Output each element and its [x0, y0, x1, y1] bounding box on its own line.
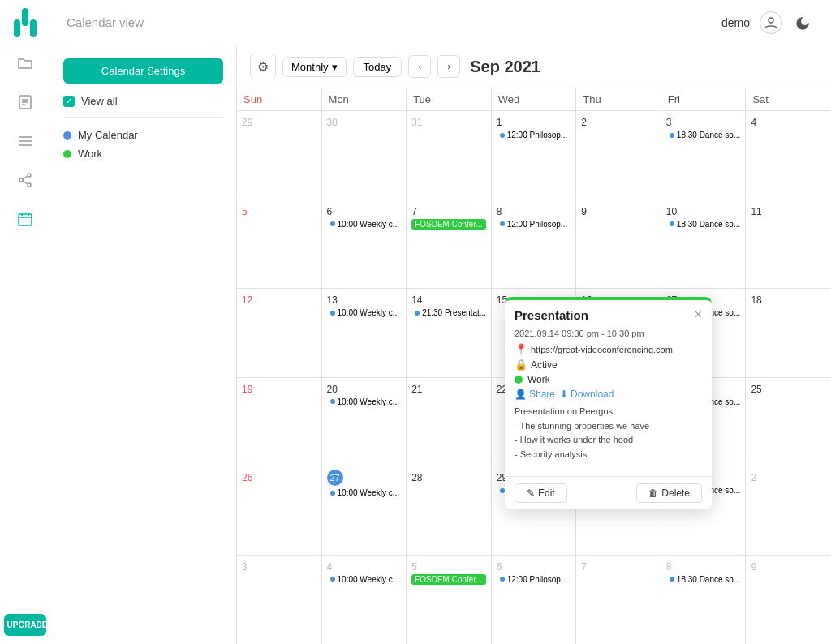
- event-sep8-1[interactable]: 12:00 Philosop...: [497, 219, 571, 230]
- header-sat: Sat: [746, 88, 831, 110]
- week-1: 29 30 31 1 12:00 Philosop... 2 3 18:30 D…: [237, 111, 831, 200]
- event-sep10-1[interactable]: 18:30 Dance so...: [666, 219, 741, 230]
- popup-header: Presentation ×: [505, 300, 712, 325]
- popup-share-button[interactable]: 👤 Share: [515, 389, 555, 400]
- cell-sep28[interactable]: 28: [407, 466, 492, 555]
- dark-mode-toggle[interactable]: [792, 11, 815, 34]
- left-panel: Calendar Settings ✓ View all My Calendar…: [50, 45, 237, 644]
- cell-oct8[interactable]: 8 18:30 Dance so...: [661, 556, 747, 645]
- chevron-down-icon: ▾: [332, 61, 338, 73]
- calendar-my-calendar[interactable]: My Calendar: [63, 126, 223, 144]
- header-tue: Tue: [407, 88, 492, 110]
- prev-month-button[interactable]: ‹: [408, 55, 431, 78]
- svg-point-12: [19, 178, 23, 182]
- trash-icon: 🗑: [648, 487, 658, 499]
- cell-sep2[interactable]: 2: [576, 111, 661, 200]
- cell-oct3[interactable]: 3: [237, 556, 322, 645]
- today-button[interactable]: Today: [353, 57, 403, 77]
- cell-oct9[interactable]: 9: [746, 556, 831, 645]
- cell-sep1[interactable]: 1 12:00 Philosop...: [492, 111, 577, 200]
- cell-oct2[interactable]: 2: [746, 466, 831, 555]
- cell-oct6[interactable]: 6 12:00 Philosop...: [492, 556, 577, 645]
- cell-sep13[interactable]: 13 10:00 Weekly c...: [322, 289, 407, 377]
- event-sep1-1[interactable]: 12:00 Philosop...: [497, 130, 571, 140]
- popup-footer: ✎ Edit 🗑 Delete: [505, 476, 712, 509]
- svg-point-10: [28, 174, 31, 177]
- event-oct8-1[interactable]: 18:30 Dance so...: [666, 574, 741, 585]
- cell-aug29[interactable]: 29: [237, 111, 322, 200]
- cell-sep21[interactable]: 21: [407, 378, 492, 466]
- header-mon: Mon: [322, 88, 407, 110]
- main-content: Calendar view demo Calendar Settings ✓: [50, 0, 831, 644]
- popup-status: Active: [531, 359, 558, 371]
- event-sep6-1[interactable]: 10:00 Weekly c...: [327, 219, 402, 230]
- event-sep14-1[interactable]: 21:30 Presentat...: [411, 307, 486, 318]
- event-sep27-1[interactable]: 10:00 Weekly c...: [327, 487, 402, 498]
- sidebar-item-share[interactable]: [14, 169, 37, 191]
- cell-sep9[interactable]: 9: [576, 200, 661, 289]
- cell-sep19[interactable]: 19: [237, 378, 322, 466]
- cell-sep11[interactable]: 11: [746, 200, 831, 289]
- sidebar-item-calendar[interactable]: [14, 208, 37, 230]
- popup-calendar-name: Work: [527, 374, 550, 385]
- user-avatar[interactable]: [760, 11, 782, 34]
- calendar-toolbar: ⚙ Monthly ▾ Today ‹ › Sep 2021: [237, 45, 831, 88]
- popup-close-button[interactable]: ×: [695, 308, 702, 321]
- popup-description: Presentation on Peergos - The stunning p…: [515, 405, 702, 462]
- cell-aug31[interactable]: 31: [407, 111, 492, 200]
- event-sep20-1[interactable]: 10:00 Weekly c...: [327, 397, 402, 407]
- cell-sep27[interactable]: 27 10:00 Weekly c...: [322, 466, 407, 555]
- my-calendar-label: My Calendar: [78, 129, 138, 141]
- cell-oct5[interactable]: 5 FOSDEM Confer...: [407, 556, 492, 645]
- cell-oct4[interactable]: 4 10:00 Weekly c...: [322, 556, 407, 645]
- sidebar: UPGRADE: [0, 0, 50, 644]
- cell-sep14[interactable]: 14 21:30 Presentat...: [407, 289, 492, 377]
- cell-sep20[interactable]: 20 10:00 Weekly c...: [322, 378, 407, 466]
- event-oct4-1[interactable]: 10:00 Weekly c...: [327, 574, 402, 585]
- event-sep13-1[interactable]: 10:00 Weekly c...: [327, 307, 402, 318]
- event-popup: Presentation × 2021.09.14 09:30 pm - 10:…: [505, 297, 712, 509]
- cell-sep4[interactable]: 4: [746, 111, 831, 200]
- location-pin-icon: 📍: [515, 343, 526, 355]
- calendar-work[interactable]: Work: [63, 144, 223, 163]
- event-oct6-1[interactable]: 12:00 Philosop...: [497, 574, 571, 585]
- cell-sep7[interactable]: 7 FOSDEM Confer...: [407, 200, 492, 289]
- sidebar-item-folder[interactable]: [14, 52, 37, 75]
- cell-sep12[interactable]: 12: [237, 289, 322, 377]
- view-mode-selector[interactable]: Monthly ▾: [282, 57, 347, 77]
- event-oct5-1[interactable]: FOSDEM Confer...: [411, 574, 486, 585]
- event-sep7-1[interactable]: FOSDEM Confer...: [411, 219, 486, 230]
- popup-delete-button[interactable]: 🗑 Delete: [636, 483, 702, 503]
- event-sep3-1[interactable]: 18:30 Dance so...: [666, 130, 741, 140]
- content-area: Calendar Settings ✓ View all My Calendar…: [50, 45, 831, 644]
- view-all-row: ✓ View all: [63, 95, 223, 107]
- popup-download-button[interactable]: ⬇ Download: [560, 389, 614, 400]
- popup-edit-button[interactable]: ✎ Edit: [515, 483, 567, 503]
- sidebar-item-list[interactable]: [14, 130, 37, 152]
- cell-sep3[interactable]: 3 18:30 Dance so...: [661, 111, 747, 200]
- gear-button[interactable]: ⚙: [250, 54, 276, 79]
- calendar-settings-button[interactable]: Calendar Settings: [63, 58, 223, 84]
- upgrade-button[interactable]: UPGRADE: [4, 614, 46, 636]
- popup-url[interactable]: https://great-videoconferencing.com: [531, 345, 673, 354]
- cell-sep10[interactable]: 10 18:30 Dance so...: [661, 200, 747, 289]
- cell-sep26[interactable]: 26: [237, 466, 322, 555]
- cell-oct7[interactable]: 7: [576, 556, 661, 645]
- cell-sep25[interactable]: 25: [746, 378, 831, 466]
- next-month-button[interactable]: ›: [437, 55, 460, 78]
- cell-aug30[interactable]: 30: [322, 111, 407, 200]
- cell-sep5[interactable]: 5: [237, 200, 322, 289]
- edit-icon: ✎: [527, 487, 535, 499]
- sidebar-item-document[interactable]: [14, 91, 37, 114]
- divider: [63, 117, 223, 118]
- view-all-checkbox[interactable]: ✓: [63, 96, 75, 107]
- cell-sep8[interactable]: 8 12:00 Philosop...: [492, 200, 577, 289]
- svg-rect-15: [19, 214, 32, 225]
- cell-sep6[interactable]: 6 10:00 Weekly c...: [322, 200, 407, 289]
- popup-actions: 👤 Share ⬇ Download: [515, 389, 702, 400]
- cell-sep18[interactable]: 18: [746, 289, 831, 377]
- header-thu: Thu: [576, 88, 661, 110]
- work-calendar-dot: [63, 150, 71, 158]
- month-title: Sep 2021: [470, 58, 540, 76]
- share-icon: 👤: [515, 389, 527, 400]
